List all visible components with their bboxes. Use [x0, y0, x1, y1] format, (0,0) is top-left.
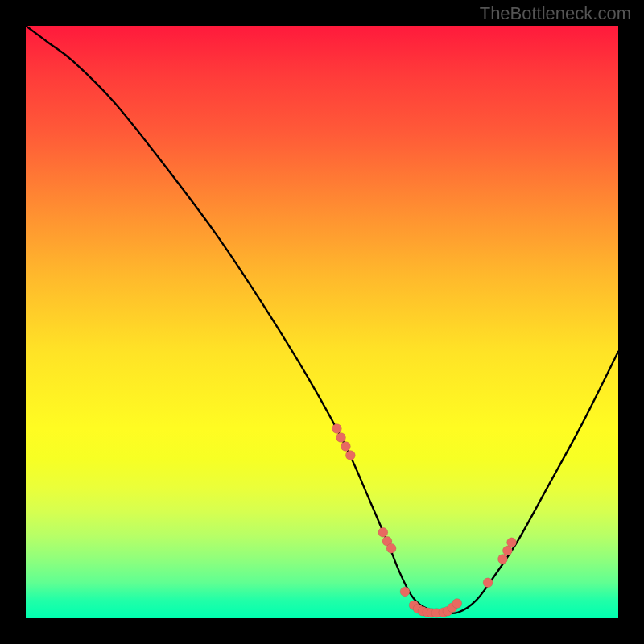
chart-gradient-background [26, 26, 618, 618]
watermark-label: TheBottleneck.com [480, 3, 631, 24]
